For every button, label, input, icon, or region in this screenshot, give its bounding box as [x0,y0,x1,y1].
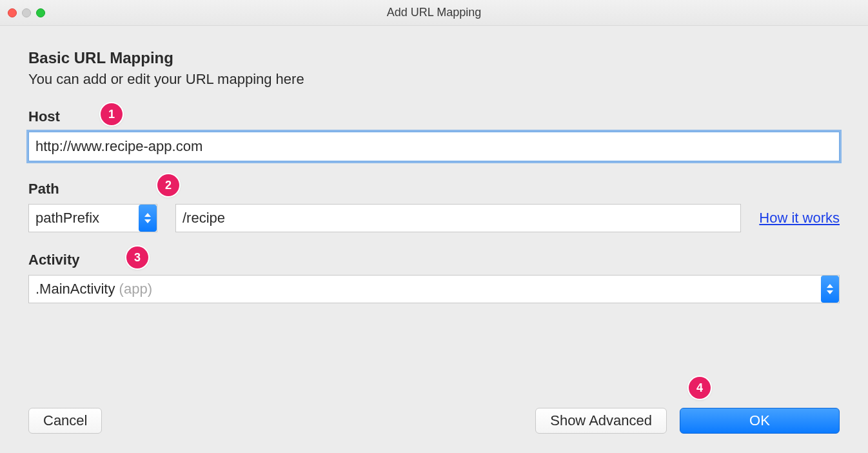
close-window-icon[interactable] [8,8,17,17]
callout-3: 3 [126,247,148,268]
traffic-lights [8,8,45,17]
host-label: Host [28,108,60,125]
dialog-content: Basic URL Mapping You can add or edit yo… [0,26,868,453]
path-input[interactable] [175,204,741,232]
show-advanced-button[interactable]: Show Advanced [535,408,667,434]
section-title: Basic URL Mapping [28,49,840,67]
callout-1: 1 [101,103,123,125]
how-it-works-link[interactable]: How it works [759,210,840,226]
chevron-updown-icon [821,276,839,303]
activity-label: Activity [28,252,79,268]
cancel-button[interactable]: Cancel [28,408,102,434]
host-input[interactable] [28,132,840,161]
path-label: Path [28,181,59,197]
host-field-group: Host 1 [28,108,840,161]
zoom-window-icon[interactable] [36,8,45,17]
path-prefix-select[interactable]: pathPrefix [28,204,157,232]
callout-2: 2 [157,174,179,196]
callout-4: 4 [689,377,711,399]
path-prefix-value: pathPrefix [35,210,99,226]
activity-field-group: Activity 3 .MainActivity (app) [28,252,840,303]
chevron-updown-icon [139,205,157,232]
activity-select[interactable]: .MainActivity (app) [28,275,840,303]
path-field-group: Path 2 pathPrefix How it works [28,181,840,232]
window-title: Add URL Mapping [0,6,868,19]
ok-button[interactable]: OK [680,408,840,434]
activity-value: .MainActivity [35,281,115,297]
minimize-window-icon [22,8,31,17]
dialog-footer: Cancel Show Advanced 4 OK [28,408,840,453]
section-subtitle: You can add or edit your URL mapping her… [28,71,840,88]
titlebar: Add URL Mapping [0,0,868,26]
activity-hint: (app) [119,281,152,297]
